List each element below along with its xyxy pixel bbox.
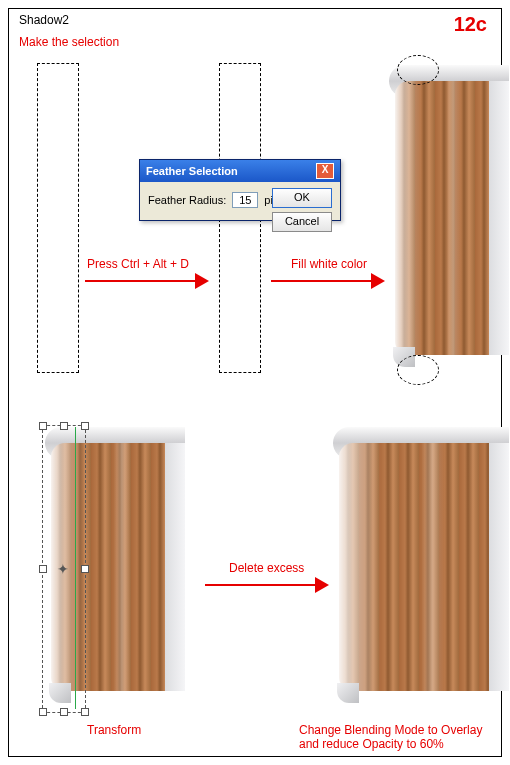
transform-handle[interactable] [39,708,47,716]
layer-name: Shadow2 [19,13,69,27]
transform-handle[interactable] [60,708,68,716]
transform-handle[interactable] [60,422,68,430]
arrow-1 [85,273,209,289]
transform-anchor-icon: ✦ [57,561,69,577]
transform-handle[interactable] [81,565,89,573]
step-number: 12c [454,13,487,36]
label-delete-excess: Delete excess [229,561,304,575]
label-transform: Transform [87,723,141,737]
transform-handle[interactable] [39,565,47,573]
transform-box[interactable]: ✦ [42,425,86,713]
transform-handle[interactable] [81,422,89,430]
metal-corner-icon [337,683,359,703]
feather-dialog: Feather Selection X Feather Radius: 15 p… [139,159,341,221]
feather-ellipse-bottom [397,355,439,385]
cancel-button[interactable]: Cancel [272,212,332,232]
close-icon[interactable]: X [316,163,334,179]
arrow-3 [205,577,329,593]
label-press-keys: Press Ctrl + Alt + D [87,257,189,271]
wood-panel-right [333,427,509,707]
label-blend-mode: Change Blending Mode to Overlay and redu… [299,723,482,751]
guide-line [75,427,76,709]
label-fill-white: Fill white color [291,257,367,271]
feather-field-label: Feather Radius: [148,194,226,206]
tutorial-step-panel: Shadow2 12c Make the selection Press Ctr… [8,8,502,757]
transform-handle[interactable] [39,422,47,430]
dialog-title: Feather Selection [146,165,238,177]
label-make-selection: Make the selection [19,35,119,49]
feather-radius-input[interactable]: 15 [232,192,258,208]
transform-handle[interactable] [81,708,89,716]
arrow-2 [271,273,385,289]
ok-button[interactable]: OK [272,188,332,208]
feather-ellipse-top [397,55,439,85]
wood-panel-top [389,65,509,371]
dialog-titlebar: Feather Selection X [140,160,340,182]
selection-box-1 [37,63,79,373]
